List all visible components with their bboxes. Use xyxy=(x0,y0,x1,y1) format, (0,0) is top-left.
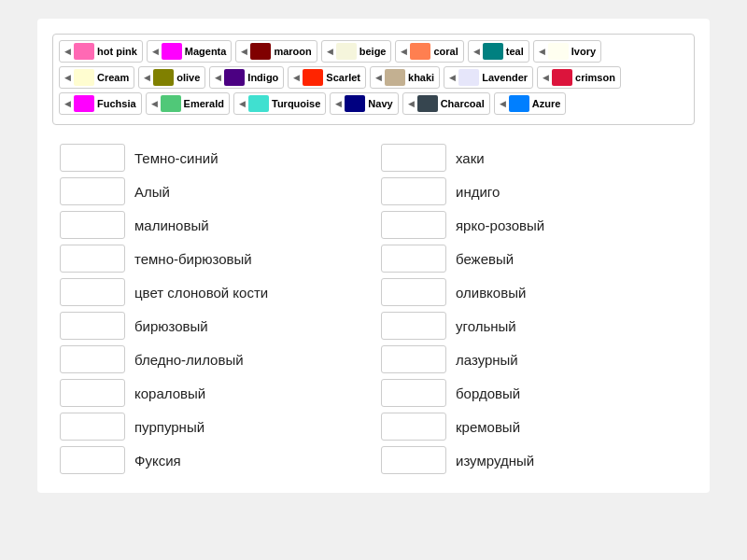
speaker-icon[interactable]: ◀ xyxy=(293,73,300,82)
speaker-icon[interactable]: ◀ xyxy=(151,99,158,108)
color-chip[interactable]: ◀Turquoise xyxy=(233,92,326,115)
speaker-icon[interactable]: ◀ xyxy=(543,73,549,82)
chip-label: Emerald xyxy=(184,98,224,109)
answer-box[interactable] xyxy=(381,177,446,205)
chips-row-3: ◀Fuchsia◀Emerald◀Turquoise◀Navy◀Charcoal… xyxy=(59,92,688,115)
chip-label: Ivory xyxy=(571,46,596,57)
match-row: угольный xyxy=(381,312,687,340)
answer-box[interactable] xyxy=(60,177,125,205)
speaker-icon[interactable]: ◀ xyxy=(473,47,480,56)
match-term: темно-бирюзовый xyxy=(134,251,252,267)
match-term: малиновый xyxy=(134,217,209,233)
match-row: изумрудный xyxy=(381,446,687,474)
chip-color-swatch xyxy=(417,95,438,112)
speaker-icon[interactable]: ◀ xyxy=(375,73,382,82)
answer-box[interactable] xyxy=(381,446,446,474)
color-chip[interactable]: ◀maroon xyxy=(235,40,317,63)
color-chip[interactable]: ◀Magenta xyxy=(147,40,233,63)
color-chip[interactable]: ◀teal xyxy=(468,40,529,63)
answer-box[interactable] xyxy=(381,312,446,340)
speaker-icon[interactable]: ◀ xyxy=(241,47,247,56)
color-chip[interactable]: ◀Scarlet xyxy=(288,66,366,89)
match-term: угольный xyxy=(456,318,516,334)
answer-box[interactable] xyxy=(381,278,446,306)
chip-label: Cream xyxy=(97,72,129,83)
chip-color-swatch xyxy=(250,43,271,60)
match-term: кремовый xyxy=(456,419,520,435)
color-chip[interactable]: ◀Navy xyxy=(330,92,398,115)
speaker-icon[interactable]: ◀ xyxy=(215,73,221,82)
chip-label: teal xyxy=(506,46,524,57)
speaker-icon[interactable]: ◀ xyxy=(401,47,407,56)
chip-color-swatch xyxy=(74,43,94,60)
color-chip[interactable]: ◀crimson xyxy=(537,66,621,89)
color-chip[interactable]: ◀Ivory xyxy=(533,40,601,63)
speaker-icon[interactable]: ◀ xyxy=(144,73,150,82)
answer-box[interactable] xyxy=(60,278,125,306)
chip-color-swatch xyxy=(303,69,323,86)
match-term: Фуксия xyxy=(134,453,181,469)
speaker-icon[interactable]: ◀ xyxy=(64,47,71,56)
match-row: хаки xyxy=(381,144,687,172)
speaker-icon[interactable]: ◀ xyxy=(327,47,333,56)
answer-box[interactable] xyxy=(60,379,125,407)
match-row: малиновый xyxy=(60,211,366,239)
color-chip[interactable]: ◀Azure xyxy=(494,92,567,115)
color-chip[interactable]: ◀Indigo xyxy=(209,66,284,89)
chip-label: Fuchsia xyxy=(97,98,136,109)
color-chip[interactable]: ◀beige xyxy=(321,40,392,63)
speaker-icon[interactable]: ◀ xyxy=(152,47,159,56)
chip-label: Azure xyxy=(532,98,561,109)
answer-box[interactable] xyxy=(381,144,446,172)
chip-label: beige xyxy=(359,46,387,57)
chip-color-swatch xyxy=(552,69,572,86)
color-chip[interactable]: ◀Emerald xyxy=(146,92,230,115)
match-term: бордовый xyxy=(456,385,520,401)
answer-box[interactable] xyxy=(381,379,446,407)
answer-box[interactable] xyxy=(381,245,446,273)
color-chip[interactable]: ◀Lavender xyxy=(444,66,533,89)
answer-box[interactable] xyxy=(381,413,446,441)
speaker-icon[interactable]: ◀ xyxy=(500,99,506,108)
speaker-icon[interactable]: ◀ xyxy=(239,99,246,108)
answer-box[interactable] xyxy=(60,312,125,340)
chip-label: Indigo xyxy=(247,72,278,83)
speaker-icon[interactable]: ◀ xyxy=(335,99,342,108)
answer-box[interactable] xyxy=(60,413,125,441)
color-chip[interactable]: ◀hot pink xyxy=(59,40,143,63)
color-chip[interactable]: ◀khaki xyxy=(370,66,440,89)
chip-color-swatch xyxy=(410,43,430,60)
speaker-icon[interactable]: ◀ xyxy=(64,73,71,82)
speaker-icon[interactable]: ◀ xyxy=(64,99,71,108)
chip-label: khaki xyxy=(408,72,434,83)
color-chip[interactable]: ◀olive xyxy=(138,66,205,89)
match-term: индиго xyxy=(456,184,500,200)
match-term: бежевый xyxy=(456,251,514,267)
chip-color-swatch xyxy=(74,95,94,112)
chip-label: olive xyxy=(176,72,200,83)
chip-label: Navy xyxy=(368,98,392,109)
answer-box[interactable] xyxy=(60,245,125,273)
color-chip[interactable]: ◀coral xyxy=(395,40,463,63)
answer-box[interactable] xyxy=(60,211,125,239)
answer-box[interactable] xyxy=(60,144,125,172)
speaker-icon[interactable]: ◀ xyxy=(408,99,415,108)
answer-box[interactable] xyxy=(381,345,446,373)
chip-color-swatch xyxy=(458,69,479,86)
color-chip[interactable]: ◀Charcoal xyxy=(402,92,490,115)
match-row: лазурный xyxy=(381,345,687,373)
match-row: оливковый xyxy=(381,278,687,306)
main-container: ◀hot pink◀Magenta◀maroon◀beige◀coral◀tea… xyxy=(37,19,710,493)
speaker-icon[interactable]: ◀ xyxy=(539,47,545,56)
match-term: Темно-синий xyxy=(134,150,218,166)
speaker-icon[interactable]: ◀ xyxy=(449,73,456,82)
answer-box[interactable] xyxy=(381,211,446,239)
chip-color-swatch xyxy=(509,95,529,112)
chip-color-swatch xyxy=(162,43,182,60)
color-chip[interactable]: ◀Cream xyxy=(59,66,134,89)
chip-color-swatch xyxy=(385,69,405,86)
color-chip[interactable]: ◀Fuchsia xyxy=(59,92,142,115)
answer-box[interactable] xyxy=(60,345,125,373)
answer-box[interactable] xyxy=(60,446,125,474)
match-row: пурпурный xyxy=(60,413,366,441)
